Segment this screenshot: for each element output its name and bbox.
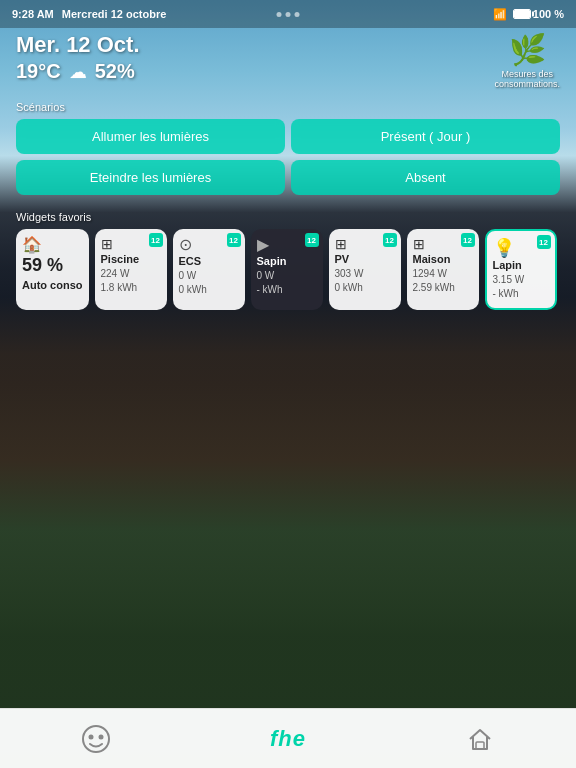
pv-value2: 0 kWh bbox=[335, 282, 363, 294]
scenario-eteindre-btn[interactable]: Eteindre les lumières bbox=[16, 160, 285, 195]
widget-ecs[interactable]: 12 ⊙ ECS 0 W 0 kWh bbox=[173, 229, 245, 310]
lapin-title: Lapin bbox=[493, 259, 522, 272]
nav-robot-item[interactable] bbox=[0, 724, 192, 754]
pool-widget-icon: ⊞ bbox=[101, 237, 113, 251]
pv-title: PV bbox=[335, 253, 350, 266]
robot-icon bbox=[81, 724, 111, 754]
widget-lapin[interactable]: 12 💡 Lapin 3.15 W - kWh bbox=[485, 229, 557, 310]
maison-value2: 2.59 kWh bbox=[413, 282, 455, 294]
widgets-scroll-container[interactable]: 🏠 59 % Auto conso 12 ⊞ Piscine 224 W 1.8… bbox=[16, 229, 560, 314]
widget-auto-conso[interactable]: 🏠 59 % Auto conso bbox=[16, 229, 89, 310]
indicator-dot-2 bbox=[286, 12, 291, 17]
humidity-display: 52% bbox=[95, 60, 135, 83]
nav-home-item[interactable] bbox=[384, 725, 576, 753]
temperature-display: 19°C bbox=[16, 60, 61, 83]
sapin-title: Sapin bbox=[257, 255, 287, 268]
sapin-value1: 0 W bbox=[257, 270, 275, 282]
home-widget-icon: 🏠 bbox=[22, 237, 42, 253]
widget-piscine[interactable]: 12 ⊞ Piscine 224 W 1.8 kWh bbox=[95, 229, 167, 310]
eco-badge[interactable]: 🌿 Mesures desconsommations. bbox=[494, 32, 560, 89]
calendar-dot-maison: 12 bbox=[461, 233, 475, 247]
sapin-value2: - kWh bbox=[257, 284, 283, 296]
scenarios-grid: Allumer les lumières Présent ( Jour ) Et… bbox=[16, 119, 560, 195]
time-display: 9:28 AM bbox=[12, 8, 54, 20]
weather-date: Mer. 12 Oct. bbox=[16, 32, 140, 58]
scenario-allumer-btn[interactable]: Allumer les lumières bbox=[16, 119, 285, 154]
home-icon bbox=[466, 725, 494, 753]
svg-point-1 bbox=[89, 734, 94, 739]
piscine-value1: 224 W bbox=[101, 268, 130, 280]
auto-conso-title: Auto conso bbox=[22, 279, 83, 292]
nav-center-label: fhe bbox=[270, 726, 306, 752]
pv-widget-icon: ⊞ bbox=[335, 237, 347, 251]
auto-conso-value: 59 % bbox=[22, 255, 63, 277]
wifi-icon: 📶 bbox=[493, 8, 507, 21]
indicator-dot-1 bbox=[277, 12, 282, 17]
widgets-label: Widgets favoris bbox=[16, 211, 560, 223]
calendar-dot-lapin: 12 bbox=[537, 235, 551, 249]
calendar-dot-ecs: 12 bbox=[227, 233, 241, 247]
ecs-value2: 0 kWh bbox=[179, 284, 207, 296]
date-display: Mercredi 12 octobre bbox=[62, 8, 167, 20]
svg-rect-3 bbox=[476, 742, 484, 749]
bottom-nav: fhe bbox=[0, 708, 576, 768]
lapin-widget-icon: 💡 bbox=[493, 239, 515, 257]
calendar-dot-pv: 12 bbox=[383, 233, 397, 247]
eco-label: Mesures desconsommations. bbox=[494, 69, 560, 89]
lapin-value1: 3.15 W bbox=[493, 274, 525, 286]
scenario-absent-btn[interactable]: Absent bbox=[291, 160, 560, 195]
sapin-widget-icon: ▶ bbox=[257, 237, 269, 253]
lapin-value2: - kWh bbox=[493, 288, 519, 300]
weather-info-left: Mer. 12 Oct. 19°C ☁ 52% bbox=[16, 32, 140, 83]
scenarios-section: Scénarios Allumer les lumières Présent (… bbox=[0, 97, 576, 203]
status-bar: 9:28 AM Mercredi 12 octobre 📶 100 % bbox=[0, 0, 576, 28]
weather-details: 19°C ☁ 52% bbox=[16, 60, 140, 83]
calendar-dot-piscine: 12 bbox=[149, 233, 163, 247]
maison-widget-icon: ⊞ bbox=[413, 237, 425, 251]
main-content: Mer. 12 Oct. 19°C ☁ 52% 🌿 Mesures descon… bbox=[0, 0, 576, 322]
widget-pv[interactable]: 12 ⊞ PV 303 W 0 kWh bbox=[329, 229, 401, 310]
widget-maison[interactable]: 12 ⊞ Maison 1294 W 2.59 kWh bbox=[407, 229, 479, 310]
piscine-value2: 1.8 kWh bbox=[101, 282, 138, 294]
maison-value1: 1294 W bbox=[413, 268, 447, 280]
battery-indicator: 100 % bbox=[513, 8, 564, 20]
indicator-dot-3 bbox=[295, 12, 300, 17]
scenarios-label: Scénarios bbox=[16, 101, 560, 113]
ecs-widget-icon: ⊙ bbox=[179, 237, 192, 253]
maison-title: Maison bbox=[413, 253, 451, 266]
nav-center-item[interactable]: fhe bbox=[192, 726, 384, 752]
svg-point-2 bbox=[99, 734, 104, 739]
svg-point-0 bbox=[83, 726, 109, 752]
battery-level: 100 % bbox=[533, 8, 564, 20]
widgets-section: Widgets favoris 🏠 59 % Auto conso 12 ⊞ P… bbox=[0, 203, 576, 322]
leaf-icon: 🌿 bbox=[509, 32, 546, 67]
pv-value1: 303 W bbox=[335, 268, 364, 280]
calendar-dot-sapin: 12 bbox=[305, 233, 319, 247]
scenario-present-btn[interactable]: Présent ( Jour ) bbox=[291, 119, 560, 154]
ecs-title: ECS bbox=[179, 255, 202, 268]
ecs-value1: 0 W bbox=[179, 270, 197, 282]
widget-sapin[interactable]: 12 ▶ Sapin 0 W - kWh bbox=[251, 229, 323, 310]
cloud-icon: ☁ bbox=[69, 61, 87, 83]
piscine-title: Piscine bbox=[101, 253, 140, 266]
